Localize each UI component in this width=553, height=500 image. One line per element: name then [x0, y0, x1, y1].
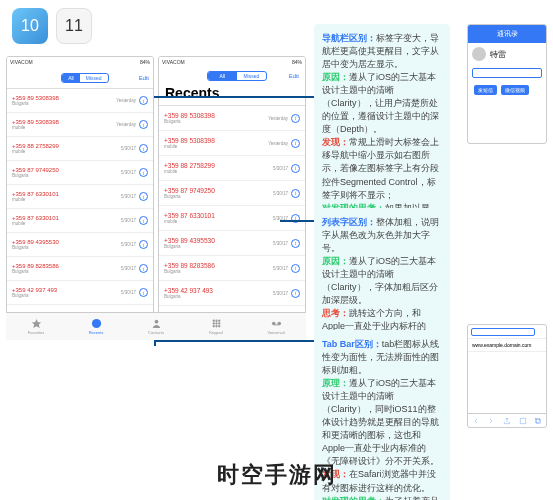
anno-title: 导航栏区别： — [322, 33, 376, 43]
carrier: VIVACOM — [10, 59, 33, 65]
seg-all[interactable]: All — [62, 74, 80, 82]
battery: 84% — [140, 59, 150, 65]
svg-point-26 — [218, 325, 220, 327]
info-icon[interactable]: i — [139, 192, 148, 201]
info-icon[interactable]: i — [139, 96, 148, 105]
voicemail-icon — [271, 318, 282, 329]
statusbar: VIVACOM 84% — [159, 57, 305, 67]
battery: 84% — [292, 59, 302, 65]
keypad-icon — [211, 318, 222, 329]
statusbar: VIVACOM 84% — [7, 57, 153, 67]
info-icon[interactable]: i — [139, 168, 148, 177]
anno-title: 列表字区别： — [322, 217, 376, 227]
recents-list[interactable]: +359 89 5308398BulgariaYesterdayi +359 8… — [7, 89, 153, 311]
info-icon[interactable]: i — [291, 114, 300, 123]
edit-button[interactable]: Edit — [139, 75, 149, 81]
safari-tabbar — [468, 413, 546, 427]
wechat-button[interactable]: 微信视频 — [501, 85, 529, 95]
svg-point-25 — [215, 325, 217, 327]
sms-button[interactable]: 发短信 — [474, 85, 497, 95]
connector-line — [154, 340, 314, 342]
svg-rect-31 — [537, 419, 541, 423]
tabbar-ios11: Favorites Recents Contacts Keypad Voicem… — [158, 312, 306, 340]
table-row[interactable]: +359 89 5308398mobileYesterdayi — [7, 113, 153, 137]
table-row[interactable]: +359 89 4395530Bulgaria5/30/17i — [7, 233, 153, 257]
edit-button[interactable]: Edit — [289, 73, 299, 79]
svg-point-22 — [215, 322, 217, 324]
address-bar[interactable] — [471, 328, 535, 336]
table-row[interactable]: +359 89 4395530Bulgaria5/30/17i — [159, 231, 305, 256]
ios10-badge: 10 — [12, 8, 48, 44]
table-row[interactable]: +359 87 6330101mobile5/30/17i — [7, 185, 153, 209]
segmented-control[interactable]: All Missed — [61, 73, 108, 83]
ios11-phone: VIVACOM 84% All Missed Edit Recents +359… — [158, 56, 306, 340]
info-icon[interactable]: i — [139, 288, 148, 297]
table-row[interactable]: +359 89 5308398BulgariaYesterdayi — [7, 89, 153, 113]
search-input[interactable] — [472, 68, 542, 78]
info-icon[interactable]: i — [291, 239, 300, 248]
svg-point-21 — [212, 322, 214, 324]
info-icon[interactable]: i — [291, 264, 300, 273]
mini-contacts-preview: 通讯录 特雷 发短信微信视频 — [467, 24, 547, 144]
ios10-phone: VIVACOM 84% All Missed Edit +359 89 5308… — [6, 56, 154, 340]
info-icon[interactable]: i — [139, 144, 148, 153]
seg-missed[interactable]: Missed — [237, 72, 266, 80]
watermark: 时空手游网 — [0, 460, 553, 490]
avatar — [472, 47, 486, 61]
forward-icon[interactable] — [487, 417, 495, 425]
book-icon[interactable] — [519, 417, 527, 425]
large-title: Recents — [165, 85, 299, 101]
carrier: VIVACOM — [162, 59, 185, 65]
connector-line — [280, 220, 314, 222]
tab-voicemail[interactable]: Voicemail — [246, 313, 306, 340]
table-row[interactable]: +359 42 937 493Bulgaria5/30/17i — [159, 281, 305, 306]
info-icon[interactable]: i — [291, 164, 300, 173]
person-icon — [158, 318, 162, 329]
info-icon[interactable]: i — [291, 289, 300, 298]
svg-point-23 — [218, 322, 220, 324]
tab-keypad[interactable]: Keypad — [186, 313, 246, 340]
info-icon[interactable]: i — [291, 139, 300, 148]
mini-safari-preview: www.example.domain.com — [467, 324, 547, 428]
table-row[interactable]: +359 89 5308398BulgariaYesterdayi — [159, 106, 305, 131]
tabs-icon[interactable] — [534, 417, 542, 425]
segmented-control[interactable]: All Missed — [207, 71, 267, 81]
svg-point-24 — [212, 325, 214, 327]
mini-title: 通讯录 — [468, 25, 546, 43]
url-text: www.example.domain.com — [468, 339, 546, 352]
table-row[interactable]: +359 87 6330101mobile5/30/17i — [7, 209, 153, 233]
table-row[interactable]: +359 89 8283586Bulgaria5/30/17i — [7, 257, 153, 281]
svg-rect-29 — [273, 324, 279, 325]
info-icon[interactable]: i — [291, 189, 300, 198]
table-row[interactable]: +359 87 9749250Bulgaria5/30/17i — [7, 161, 153, 185]
table-row[interactable]: +359 88 2758299mobile5/30/17i — [159, 156, 305, 181]
svg-point-20 — [218, 320, 220, 322]
anno-title: Tab Bar区别： — [322, 339, 382, 349]
table-row[interactable]: +359 88 2758299mobile5/30/17i — [7, 137, 153, 161]
svg-point-19 — [215, 320, 217, 322]
table-row[interactable]: +359 89 5308398mobileYesterdayi — [159, 131, 305, 156]
table-row[interactable]: +359 87 9749250Bulgaria5/30/17i — [159, 181, 305, 206]
svg-rect-30 — [536, 418, 540, 422]
share-icon[interactable] — [503, 417, 511, 425]
seg-missed[interactable]: Missed — [80, 74, 108, 82]
back-icon[interactable] — [472, 417, 480, 425]
table-row[interactable]: +359 89 8283586Bulgaria5/30/17i — [159, 256, 305, 281]
table-row[interactable]: +359 87 6330101mobile5/30/17i — [159, 206, 305, 231]
info-icon[interactable]: i — [139, 120, 148, 129]
seg-all[interactable]: All — [208, 72, 237, 80]
tab-contacts[interactable]: Contacts — [158, 313, 186, 340]
connector-line — [154, 96, 314, 98]
info-icon[interactable]: i — [139, 264, 148, 273]
recents-list[interactable]: +359 89 5308398BulgariaYesterdayi +359 8… — [159, 106, 305, 312]
svg-point-18 — [212, 320, 214, 322]
navbar-ios11: All Missed Edit Recents — [159, 67, 305, 106]
info-icon[interactable]: i — [139, 240, 148, 249]
navbar-ios10: All Missed Edit — [7, 67, 153, 89]
info-icon[interactable]: i — [139, 216, 148, 225]
table-row[interactable]: +359 42 937 493Bulgaria5/30/17i — [7, 281, 153, 305]
ios11-badge: 11 — [56, 8, 92, 44]
